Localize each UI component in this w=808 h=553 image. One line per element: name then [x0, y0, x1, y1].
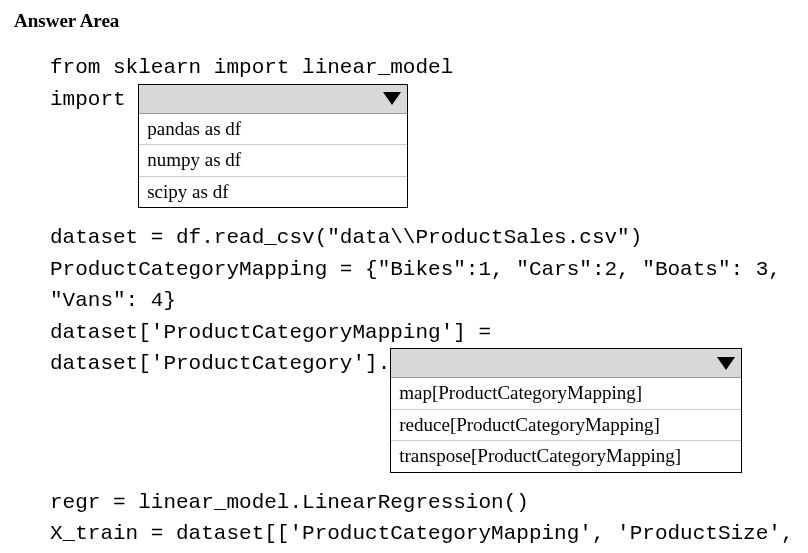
dropdown-options: pandas as df numpy as df scipy as df	[139, 114, 407, 208]
chevron-down-icon	[383, 92, 401, 105]
code-line-prefix: import	[50, 84, 138, 116]
code-line: 'ProductCost']]	[50, 550, 798, 554]
dropdown-header[interactable]	[139, 85, 407, 114]
chevron-down-icon	[717, 357, 735, 370]
dropdown-option[interactable]: transpose[ProductCategoryMapping]	[391, 441, 741, 472]
code-line: from sklearn import linear_model	[50, 52, 798, 84]
dropdown-option[interactable]: pandas as df	[139, 114, 407, 146]
code-line-prefix: dataset['ProductCategory'].	[50, 348, 390, 380]
code-line: "Vans": 4}	[50, 285, 798, 317]
page-title: Answer Area	[14, 10, 798, 32]
dropdown-options: map[ProductCategoryMapping] reduce[Produ…	[391, 378, 741, 472]
code-line: ProductCategoryMapping = {"Bikes":1, "Ca…	[50, 254, 798, 286]
code-line: dataset = df.read_csv("data\\ProductSale…	[50, 222, 798, 254]
code-line: dataset['ProductCategoryMapping'] =	[50, 317, 798, 349]
import-dropdown[interactable]: pandas as df numpy as df scipy as df	[138, 84, 408, 209]
dropdown-option[interactable]: numpy as df	[139, 145, 407, 177]
method-dropdown[interactable]: map[ProductCategoryMapping] reduce[Produ…	[390, 348, 742, 473]
dropdown-option[interactable]: reduce[ProductCategoryMapping]	[391, 410, 741, 442]
code-line: regr = linear_model.LinearRegression()	[50, 487, 798, 519]
dropdown-option[interactable]: map[ProductCategoryMapping]	[391, 378, 741, 410]
code-area: from sklearn import linear_model import …	[50, 52, 798, 553]
dropdown-header[interactable]	[391, 349, 741, 378]
code-line: X_train = dataset[['ProductCategoryMappi…	[50, 518, 798, 550]
dropdown-option[interactable]: scipy as df	[139, 177, 407, 208]
